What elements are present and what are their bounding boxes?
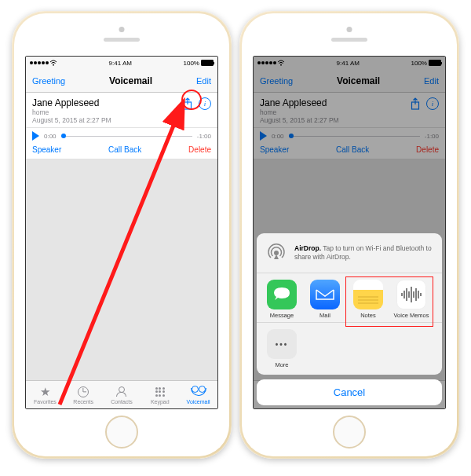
share-cancel-button[interactable]: Cancel — [257, 379, 442, 405]
nav-title: Voicemail — [109, 75, 152, 86]
share-app-notes-label: Notes — [360, 312, 376, 319]
status-bar: 9:41 AM 100% — [254, 57, 445, 69]
signal-dots — [30, 61, 49, 64]
airdrop-text: AirDrop. Tap to turn on Wi-Fi and Blueto… — [294, 244, 434, 261]
share-app-message-label: Message — [270, 312, 294, 319]
voicemail-player: 0:00 -1:00 Speaker Call Back Delete — [26, 128, 217, 159]
nav-bar: Greeting Voicemail Edit — [254, 69, 445, 93]
share-more[interactable]: ••• More — [261, 329, 302, 368]
share-app-mail-label: Mail — [319, 312, 330, 319]
nav-bar: Greeting Voicemail Edit — [26, 69, 217, 93]
callback-button[interactable]: Call Back — [108, 145, 141, 154]
share-app-message[interactable]: Message — [261, 280, 302, 319]
nav-greeting-button: Greeting — [260, 76, 293, 86]
svg-rect-5 — [412, 102, 419, 109]
share-app-mail[interactable]: Mail — [305, 280, 345, 319]
info-icon[interactable]: i — [199, 97, 211, 110]
nav-edit-button[interactable]: Edit — [196, 76, 211, 86]
battery-pct: 100% — [184, 60, 199, 67]
svg-point-0 — [53, 64, 54, 66]
iphone-device-left: 9:41 AM 100% Greeting Voicemail Edit Jan… — [12, 11, 232, 459]
time-elapsed: 0:00 — [44, 133, 57, 140]
keypad-icon — [155, 387, 165, 397]
camera-dot — [119, 27, 125, 32]
star-icon: ★ — [40, 386, 50, 398]
nav-edit-button: Edit — [424, 76, 439, 86]
nav-title: Voicemail — [337, 75, 380, 86]
signal-dots — [257, 61, 276, 64]
status-time: 9:41 AM — [337, 60, 360, 67]
battery-icon — [201, 60, 214, 66]
share-more-label: More — [275, 361, 288, 368]
mail-app-icon — [310, 280, 340, 309]
tab-voicemail[interactable]: Voicemail — [179, 381, 217, 408]
voicememos-app-icon — [396, 280, 426, 309]
share-app-notes[interactable]: Notes — [348, 280, 389, 319]
voicemail-date: August 5, 2015 at 2:27 PM — [260, 116, 339, 124]
home-button[interactable] — [105, 416, 138, 449]
wifi-icon — [49, 60, 57, 66]
voicemail-caller-name: Jane Appleseed — [260, 97, 339, 108]
share-icon[interactable] — [181, 97, 194, 110]
time-elapsed: 0:00 — [272, 133, 284, 140]
voicemail-source: home — [260, 108, 339, 116]
iphone-device-right: 9:41 AM 100% Greeting Voicemail Edit Jan… — [239, 11, 459, 459]
voicemail-item: Jane Appleseed home August 5, 2015 at 2:… — [254, 93, 445, 128]
share-sheet: AirDrop. Tap to turn on Wi-Fi and Blueto… — [257, 233, 442, 405]
tab-contacts-label: Contacts — [111, 399, 133, 405]
battery-icon — [429, 60, 441, 66]
play-button[interactable] — [32, 131, 39, 141]
voicemail-player: 0:00 -1:00 Speaker Call Back Delete — [254, 128, 445, 159]
share-action-row: ••• More — [257, 323, 442, 375]
status-bar: 9:41 AM 100% — [26, 57, 217, 69]
screen-left: 9:41 AM 100% Greeting Voicemail Edit Jan… — [25, 56, 218, 409]
info-icon: i — [426, 97, 439, 110]
share-app-voicememos[interactable]: Voice Memos — [391, 280, 432, 319]
speaker-slot — [104, 38, 140, 42]
screen-right: 9:41 AM 100% Greeting Voicemail Edit Jan… — [253, 56, 446, 409]
nav-greeting-button[interactable]: Greeting — [32, 76, 65, 86]
wifi-icon — [277, 60, 285, 66]
svg-point-4 — [280, 64, 282, 66]
delete-button: Delete — [416, 145, 439, 154]
camera-dot — [347, 27, 352, 32]
progress-bar — [289, 136, 420, 137]
home-button[interactable] — [333, 416, 366, 449]
speaker-button[interactable]: Speaker — [32, 145, 61, 154]
tab-recents[interactable]: Recents — [64, 381, 103, 408]
content-area — [26, 159, 217, 380]
tab-contacts[interactable]: Contacts — [103, 381, 141, 408]
tab-favorites[interactable]: ★ Favorites — [26, 381, 64, 408]
tab-recents-label: Recents — [73, 399, 93, 405]
tab-bar: ★ Favorites Recents Contacts Keypad — [26, 380, 217, 408]
time-remaining: -1:00 — [425, 133, 439, 140]
callback-button: Call Back — [336, 145, 369, 154]
airdrop-row[interactable]: AirDrop. Tap to turn on Wi-Fi and Blueto… — [257, 233, 442, 273]
voicemail-caller-name: Jane Appleseed — [32, 97, 111, 108]
tab-favorites-label: Favorites — [34, 399, 57, 405]
share-icon — [409, 97, 422, 110]
tab-keypad-label: Keypad — [151, 399, 170, 405]
voicemail-date: August 5, 2015 at 2:27 PM — [32, 116, 111, 124]
more-icon: ••• — [267, 329, 297, 359]
battery-pct: 100% — [411, 60, 427, 67]
status-time: 9:41 AM — [109, 60, 132, 67]
tab-voicemail-label: Voicemail — [187, 399, 210, 405]
voicemail-icon — [191, 388, 206, 396]
share-app-voicememos-label: Voice Memos — [393, 312, 429, 319]
progress-knob[interactable] — [61, 134, 66, 138]
notes-app-icon — [353, 280, 383, 309]
speaker-button: Speaker — [260, 145, 289, 154]
progress-bar[interactable] — [61, 136, 192, 137]
progress-knob — [289, 134, 294, 138]
delete-button[interactable]: Delete — [188, 145, 211, 154]
airdrop-icon — [265, 241, 288, 265]
message-app-icon — [267, 280, 297, 309]
speaker-slot — [331, 38, 367, 42]
tab-keypad[interactable]: Keypad — [141, 381, 179, 408]
voicemail-item[interactable]: Jane Appleseed home August 5, 2015 at 2:… — [26, 93, 217, 128]
time-remaining: -1:00 — [197, 133, 211, 140]
play-button — [260, 131, 267, 141]
voicemail-source: home — [32, 108, 111, 116]
share-app-row: Message Mail Notes Voice Memos — [257, 273, 442, 323]
